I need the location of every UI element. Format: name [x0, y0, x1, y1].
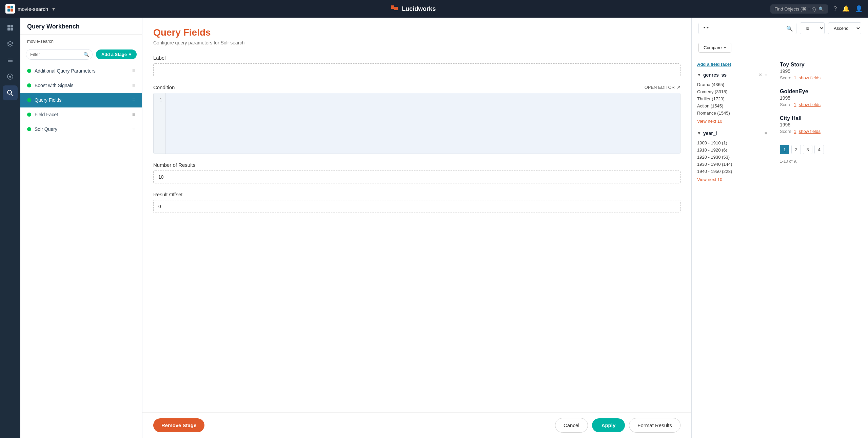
facet-item[interactable]: 1930 - 1940 (144) [697, 161, 767, 168]
stage-item-field-facet[interactable]: Field Facet ≡ [20, 107, 142, 122]
svg-rect-8 [7, 28, 10, 31]
top-nav: movie-search ▾ Lucidworks Find Objects (… [0, 0, 868, 18]
page-3[interactable]: 3 [803, 145, 812, 154]
show-fields-link-3[interactable]: show fields [799, 129, 821, 134]
view-next-year[interactable]: View next 10 [697, 177, 767, 182]
filter-search-icon: 🔍 [83, 52, 89, 57]
remove-stage-button[interactable]: Remove Stage [153, 418, 204, 432]
code-editor[interactable]: 1 [153, 93, 680, 154]
app-dropdown-icon[interactable]: ▾ [52, 6, 55, 12]
page-subtitle: Configure query parameters for Solr sear… [153, 40, 680, 45]
add-stage-button[interactable]: Add a Stage ▾ [96, 49, 137, 59]
svg-rect-1 [11, 6, 13, 8]
main-content: Query Fields Configure query parameters … [142, 18, 692, 438]
facet-header-genres[interactable]: ▼ genres_ss ✕ ≡ [697, 72, 767, 78]
facet-menu-year[interactable]: ≡ [765, 131, 767, 136]
facet-name-year: year_i [703, 131, 763, 136]
result-title-1: Toy Story [780, 62, 861, 68]
score-value-3: 1 [794, 129, 796, 134]
compare-toolbar: Compare + [692, 39, 868, 56]
sidebar-icons [0, 18, 20, 438]
facet-close-genres[interactable]: ✕ [758, 72, 763, 78]
find-objects-btn[interactable]: Find Objects (⌘ + K) 🔍 [770, 4, 828, 14]
facet-item[interactable]: Thriller (1729) [697, 95, 767, 102]
sidebar-icon-search[interactable] [3, 85, 18, 100]
page-4[interactable]: 4 [814, 145, 824, 154]
stage-item-solr-query[interactable]: Solr Query ≡ [20, 122, 142, 137]
label-input[interactable] [153, 63, 680, 76]
order-select[interactable]: Ascend Descend [828, 22, 861, 34]
svg-rect-6 [7, 25, 10, 27]
facet-item[interactable]: Romance (1545) [697, 109, 767, 117]
sort-select[interactable]: Id Title Year [800, 22, 825, 34]
stage-status-dot [27, 127, 31, 131]
facet-header-year[interactable]: ▼ year_i ≡ [697, 131, 767, 136]
code-area[interactable] [166, 93, 680, 154]
query-input[interactable] [698, 23, 796, 34]
facet-item[interactable]: 1900 - 1910 (1) [697, 139, 767, 146]
show-fields-link-2[interactable]: show fields [799, 102, 821, 107]
condition-label: Condition [153, 84, 175, 90]
sidebar-icon-list[interactable] [3, 53, 18, 68]
help-icon[interactable]: ? [833, 5, 837, 13]
stage-menu-icon[interactable]: ≡ [132, 126, 135, 132]
stage-status-dot [27, 83, 31, 87]
result-item-2: GoldenEye 1995 Score: 1 show fields [780, 88, 861, 107]
lucidworks-logo [390, 4, 399, 14]
facet-menu-genres[interactable]: ≡ [765, 72, 767, 78]
result-title-2: GoldenEye [780, 88, 861, 95]
condition-header: Condition OPEN EDITOR ↗ [153, 84, 680, 90]
stage-name: Additional Query Parameters [35, 68, 129, 74]
result-offset-group: Result Offset [153, 192, 680, 213]
page-1[interactable]: 1 [780, 145, 789, 154]
result-offset-label: Result Offset [153, 192, 680, 197]
add-stage-label: Add a Stage [101, 52, 127, 57]
sidebar-icon-chart[interactable] [3, 69, 18, 84]
format-results-button[interactable]: Format Results [629, 418, 680, 433]
find-objects-label: Find Objects (⌘ + K) [774, 6, 816, 12]
facet-item[interactable]: 1940 - 1950 (228) [697, 168, 767, 175]
result-year-2: 1995 [780, 95, 861, 101]
brand-name: Lucidworks [402, 5, 436, 13]
pipeline-title: Query Workbench [27, 23, 80, 30]
result-offset-input[interactable] [153, 200, 680, 213]
stage-menu-icon[interactable]: ≡ [132, 68, 135, 74]
stage-menu-icon[interactable]: ≡ [132, 97, 135, 103]
stage-name: Field Facet [35, 112, 129, 117]
filter-input[interactable] [26, 49, 93, 60]
show-fields-link-1[interactable]: show fields [799, 75, 821, 80]
apply-button[interactable]: Apply [592, 418, 625, 432]
svg-rect-0 [7, 6, 10, 8]
label-field-label: Label [153, 55, 680, 61]
compare-button[interactable]: Compare + [698, 43, 731, 53]
stage-menu-icon[interactable]: ≡ [132, 82, 135, 88]
notifications-icon[interactable]: 🔔 [842, 5, 850, 13]
number-of-results-input[interactable] [153, 171, 680, 183]
cancel-button[interactable]: Cancel [555, 418, 588, 433]
content-footer: Remove Stage Cancel Apply Format Results [142, 412, 691, 438]
content-inner: Query Fields Configure query parameters … [142, 18, 691, 412]
facet-item[interactable]: Drama (4365) [697, 81, 767, 88]
stage-item-additional-query[interactable]: Additional Query Parameters ≡ [20, 64, 142, 78]
view-next-genres[interactable]: View next 10 [697, 119, 767, 124]
results-list: Toy Story 1995 Score: 1 show fields Gold… [773, 56, 868, 438]
facet-item[interactable]: 1910 - 1920 (6) [697, 146, 767, 154]
stage-item-boost-signals[interactable]: Boost with Signals ≡ [20, 78, 142, 93]
pipeline-filter-row: 🔍 Add a Stage ▾ [20, 46, 142, 64]
results-toolbar: 🔍 Id Title Year Ascend Descend [692, 18, 868, 39]
add-facet-link[interactable]: Add a field facet [697, 62, 767, 67]
stage-item-query-fields[interactable]: Query Fields ≡ [20, 93, 142, 107]
facet-item[interactable]: 1920 - 1930 (53) [697, 154, 767, 161]
sidebar-icon-home[interactable] [3, 20, 18, 35]
facet-item[interactable]: Comedy (3315) [697, 88, 767, 95]
user-icon[interactable]: 👤 [855, 5, 863, 13]
facet-item[interactable]: Action (1545) [697, 102, 767, 109]
page-2[interactable]: 2 [791, 145, 801, 154]
sidebar-icon-layers[interactable] [3, 37, 18, 52]
stage-menu-icon[interactable]: ≡ [132, 112, 135, 118]
search-icon: 🔍 [818, 6, 824, 12]
open-editor-button[interactable]: OPEN EDITOR ↗ [645, 85, 680, 90]
compare-label: Compare [704, 45, 722, 50]
nav-right: Find Objects (⌘ + K) 🔍 ? 🔔 👤 [770, 4, 863, 14]
facets-panel: Add a field facet ▼ genres_ss ✕ ≡ Drama … [692, 56, 773, 438]
